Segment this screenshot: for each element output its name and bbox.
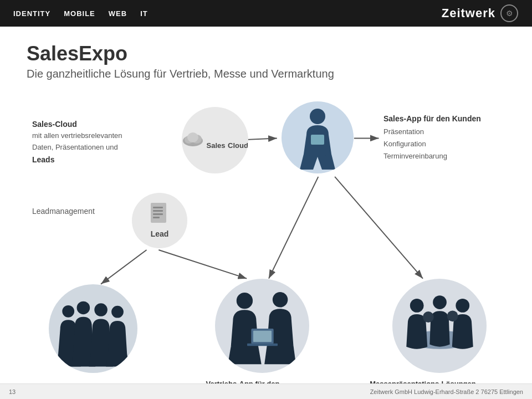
sales-cloud-desc: mit allen vertriebsrelevantenDaten, Präs… [32, 130, 143, 154]
brand-logo: Zeitwerk ⚙ [442, 4, 519, 23]
sales-app-text: Sales-App für den Kunden Präsentation Ko… [383, 112, 494, 162]
svg-point-23 [111, 305, 124, 318]
presentation-silhouette [394, 280, 485, 372]
nav-identity[interactable]: Identity [13, 9, 50, 18]
document-icon [150, 203, 170, 227]
lead-circle: Lead [132, 193, 187, 248]
nav-it[interactable]: IT [140, 9, 148, 18]
sales-cloud-text: Sales-Cloud mit allen vertriebsrelevante… [32, 118, 143, 166]
svg-point-24 [236, 293, 252, 309]
sales-app-line1: Präsentation [383, 126, 494, 138]
svg-line-5 [101, 250, 146, 284]
svg-rect-27 [247, 343, 278, 346]
svg-point-21 [76, 301, 90, 314]
nav-mobile[interactable]: Mobile [64, 9, 95, 18]
presentation-circle [392, 279, 487, 373]
footer: 13 Zeitwerk GmbH Ludwig-Erhard-Straße 2 … [0, 383, 532, 399]
brand-name: Zeitwerk [442, 6, 495, 21]
diagram: Sales-Cloud mit allen vertriebsrelevante… [27, 96, 505, 399]
svg-point-31 [433, 295, 447, 309]
sales-cloud-circle-label1: Sales [207, 141, 226, 150]
lead-circle-content: Lead [150, 203, 170, 238]
meeting-silhouette [217, 280, 308, 372]
sales-app-line2: Konfiguration [383, 138, 494, 150]
nav-web[interactable]: Web [109, 9, 127, 18]
svg-point-22 [94, 303, 108, 316]
group-circle [49, 284, 137, 373]
svg-rect-14 [311, 135, 324, 145]
svg-point-32 [456, 299, 469, 313]
svg-point-30 [410, 299, 423, 313]
svg-rect-28 [253, 330, 272, 341]
lead-label: Lead [151, 229, 169, 238]
footer-company: Zeitwerk GmbH Ludwig-Erhard-Straße 2 762… [370, 388, 523, 395]
svg-line-8 [335, 177, 423, 279]
group-silhouette [53, 289, 134, 369]
svg-text:⚙: ⚙ [506, 9, 513, 18]
svg-point-12 [187, 132, 198, 142]
svg-line-7 [269, 177, 318, 279]
sales-cloud-circle: Sales Cloud [182, 107, 248, 173]
svg-rect-17 [153, 210, 163, 212]
person-silhouette [295, 104, 340, 171]
leadmanagement-text: Leadmanagement [32, 207, 95, 216]
brand-icon: ⚙ [500, 4, 519, 23]
sales-app-line3: Terminvereinbarung [383, 150, 494, 162]
footer-page-number: 13 [9, 388, 16, 395]
nav-links: Identity Mobile Web IT [13, 9, 148, 18]
top-navigation: Identity Mobile Web IT Zeitwerk ⚙ [0, 0, 532, 27]
svg-line-6 [158, 250, 247, 279]
svg-point-33 [422, 311, 433, 323]
sales-cloud-circle-label2: Cloud [228, 141, 248, 150]
svg-point-20 [62, 305, 74, 317]
leads-label: Leads [32, 154, 143, 166]
page-title: SalesExpo [27, 42, 505, 65]
svg-rect-15 [151, 203, 166, 223]
svg-point-25 [272, 292, 287, 308]
svg-rect-19 [153, 217, 160, 218]
svg-rect-16 [153, 207, 163, 208]
sales-cloud-circle-content: Sales Cloud [182, 130, 248, 150]
meeting-circle [215, 279, 309, 373]
main-content: SalesExpo Die ganzheitliche Lösung für V… [0, 27, 532, 399]
person-circle [282, 101, 354, 173]
svg-point-13 [310, 109, 325, 124]
svg-point-34 [447, 310, 458, 321]
page-subtitle: Die ganzheitliche Lösung für Vertrieb, M… [27, 68, 505, 80]
svg-rect-18 [153, 213, 163, 215]
cloud-icon [182, 130, 204, 148]
